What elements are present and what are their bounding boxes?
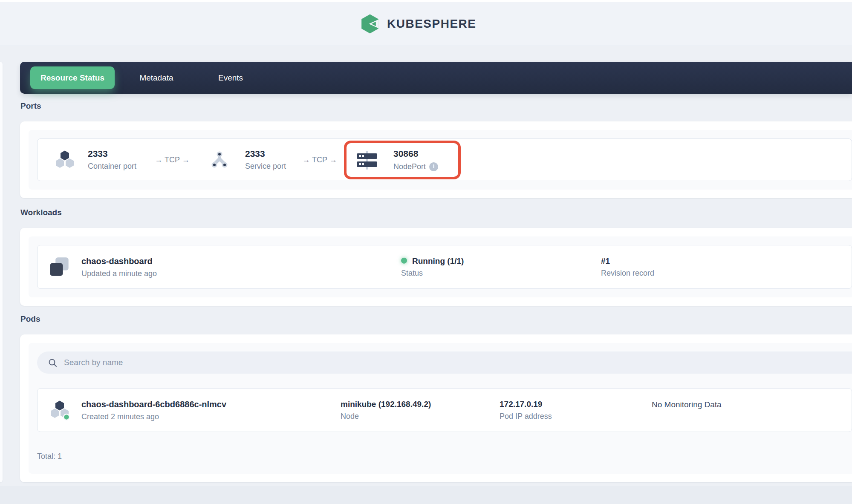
pod-name-group: chaos-dashboard-6cbd6886c-nlmcv Created …: [81, 399, 226, 421]
kubesphere-logo[interactable]: KUBESPHERE: [359, 12, 476, 36]
nodeport-highlight-box: 30868 NodePort i: [344, 141, 461, 179]
info-icon[interactable]: i: [429, 162, 438, 171]
workload-status-line: Running (1/1): [401, 256, 464, 265]
tab-metadata[interactable]: Metadata: [139, 62, 173, 94]
workload-name-group: chaos-dashboard Updated a minute ago: [81, 256, 157, 278]
service-port-value: 2333: [245, 149, 286, 158]
pods-total-count: Total: 1: [37, 452, 852, 461]
pod-node-value: minikube (192.168.49.2): [341, 399, 431, 409]
left-panel-edge: [0, 62, 3, 482]
nodeport-label-line: NodePort i: [393, 162, 438, 171]
detail-tab-bar: Resource Status Metadata Events: [20, 62, 852, 94]
ports-panel: 2333 Container port → TCP → 2333 Service…: [29, 130, 852, 190]
pods-section-title: Pods: [20, 314, 40, 324]
pod-row[interactable]: chaos-dashboard-6cbd6886c-nlmcv Created …: [37, 388, 852, 432]
search-input[interactable]: [64, 358, 852, 367]
protocol-arrow-2: → TCP →: [301, 156, 338, 164]
workload-status-label: Status: [401, 269, 464, 278]
search-icon: [48, 358, 57, 367]
footer-band: [0, 486, 852, 504]
workloads-card: chaos-dashboard Updated a minute ago Run…: [20, 228, 852, 306]
tab-events[interactable]: Events: [218, 62, 243, 94]
pods-panel: chaos-dashboard-6cbd6886c-nlmcv Created …: [29, 343, 852, 474]
container-port-icon: [55, 150, 75, 170]
deployment-icon: [49, 256, 70, 278]
ports-section-title: Ports: [20, 101, 41, 111]
workload-status-column: Running (1/1) Status: [401, 256, 464, 278]
pod-node-column: minikube (192.168.49.2) Node: [341, 399, 431, 421]
pod-icon: [49, 400, 70, 421]
pods-card: chaos-dashboard-6cbd6886c-nlmcv Created …: [20, 334, 852, 482]
pod-created: Created 2 minutes ago: [81, 412, 226, 421]
nodeport-icon: [356, 151, 378, 170]
logo-text: KUBESPHERE: [387, 17, 476, 31]
pod-name-link[interactable]: chaos-dashboard-6cbd6886c-nlmcv: [81, 399, 226, 409]
workloads-section-title: Workloads: [20, 208, 62, 217]
nodeport-group: 30868 NodePort i: [393, 149, 438, 171]
kubesphere-logo-icon: [359, 13, 381, 35]
service-port-group: 2333 Service port: [245, 149, 286, 171]
workload-row[interactable]: chaos-dashboard Updated a minute ago Run…: [37, 245, 852, 289]
page-header: KUBESPHERE: [0, 2, 852, 46]
workload-status-value: Running (1/1): [412, 256, 464, 265]
container-port-group: 2333 Container port: [88, 149, 136, 171]
workloads-panel: chaos-dashboard Updated a minute ago Run…: [29, 236, 852, 297]
pod-ip-label: Pod IP address: [500, 412, 552, 421]
service-detail-page: KUBESPHERE Resource Status Metadata Even…: [0, 0, 852, 504]
service-port-label: Service port: [245, 162, 286, 171]
workload-name-link[interactable]: chaos-dashboard: [81, 256, 157, 265]
container-port-value: 2333: [88, 149, 136, 158]
pods-search-bar: [37, 351, 852, 374]
pod-ready-dot-icon: [64, 414, 69, 420]
pod-ip-column: 172.17.0.19 Pod IP address: [500, 399, 552, 421]
workload-revision-value: #1: [601, 256, 654, 265]
service-port-icon: [211, 150, 228, 169]
status-dot-icon: [401, 258, 407, 264]
protocol-arrow-1: → TCP →: [153, 156, 191, 164]
container-port-label: Container port: [88, 162, 136, 171]
pod-node-label: Node: [341, 412, 431, 421]
workload-revision-column: #1 Revision record: [601, 256, 654, 278]
pod-monitoring-status: No Monitoring Data: [652, 400, 722, 409]
nodeport-label: NodePort: [393, 162, 426, 171]
pod-ip-value: 172.17.0.19: [500, 399, 552, 409]
ports-card: 2333 Container port → TCP → 2333 Service…: [20, 121, 852, 198]
ports-row: 2333 Container port → TCP → 2333 Service…: [37, 138, 852, 181]
tab-resource-status[interactable]: Resource Status: [30, 66, 115, 89]
workload-updated: Updated a minute ago: [81, 269, 157, 278]
workload-revision-label: Revision record: [601, 269, 654, 278]
nodeport-value: 30868: [393, 149, 438, 158]
